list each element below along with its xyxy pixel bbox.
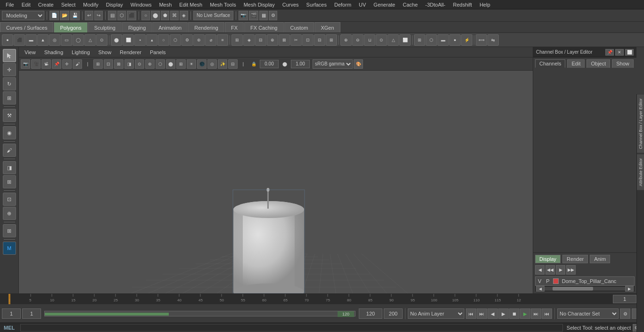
menu-3dtoall[interactable]: -3DtoAll-: [421, 1, 449, 8]
vp-cam3-button[interactable]: 📽: [41, 59, 51, 69]
connect-icon[interactable]: ⊡: [302, 34, 314, 46]
menu-uv[interactable]: UV: [355, 1, 370, 8]
layer-fwd-button[interactable]: ▶: [556, 265, 565, 275]
vp-select-mode-button[interactable]: ✛: [62, 59, 72, 69]
tab-edit[interactable]: Edit: [567, 59, 585, 68]
pipe-icon[interactable]: ⊙: [96, 34, 107, 46]
range-end-input[interactable]: [338, 311, 354, 317]
extrude-icon[interactable]: ⊞: [231, 34, 243, 46]
tab-fx-caching[interactable]: FX Caching: [244, 22, 283, 32]
menu-mesh-display[interactable]: Mesh Display: [240, 1, 279, 8]
poly-plane2-icon[interactable]: ⬡: [170, 34, 181, 46]
tab-object[interactable]: Object: [586, 59, 610, 68]
tab-rigging[interactable]: Rigging: [122, 22, 152, 32]
no-live-surface-button[interactable]: No Live Surface: [193, 11, 233, 20]
rotate-tool-button[interactable]: ↻: [3, 77, 16, 90]
uv-planar-icon[interactable]: ⬡: [426, 34, 437, 46]
layer-name-cell[interactable]: Dome_Top_Pillar_Canc: [561, 278, 633, 284]
menu-deform[interactable]: Deform: [330, 1, 355, 8]
vp-wireframe-button[interactable]: ⬡: [156, 59, 165, 69]
tab-curves-surfaces[interactable]: Curves / Surfaces: [0, 22, 53, 32]
uv-automatic-icon[interactable]: ⚡: [461, 34, 472, 46]
menu-generate[interactable]: Generate: [370, 1, 399, 8]
poly-gear-icon[interactable]: ⚙: [182, 34, 193, 46]
goto-start-button[interactable]: ⏮: [466, 308, 476, 319]
right-panel-max-button[interactable]: ⬜: [625, 49, 634, 56]
plane-icon[interactable]: ▭: [61, 34, 72, 46]
separate-icon[interactable]: ⊖: [352, 34, 363, 46]
undo-button[interactable]: ↩: [85, 11, 93, 20]
vp-hud-button[interactable]: ⊟: [228, 59, 238, 69]
menu-redshift[interactable]: Redshift: [449, 1, 476, 8]
uv-cylindrical-icon[interactable]: ▬: [438, 34, 449, 46]
paint-select-button-left[interactable]: 🖌: [3, 144, 16, 157]
lasso-select-button[interactable]: ○: [141, 11, 150, 20]
select-tool-button[interactable]: [3, 49, 16, 62]
layer-back2-button[interactable]: ◀◀: [545, 265, 555, 275]
horizontal-scrollbar[interactable]: ◀ ▶: [535, 286, 635, 292]
layer-color-swatch[interactable]: [553, 278, 559, 284]
symmetry-icon[interactable]: ⇆: [487, 34, 499, 46]
vp-isolate-button[interactable]: ◨: [124, 59, 134, 69]
poly-cyl2-icon[interactable]: ▪: [134, 34, 146, 46]
vp-texture-button[interactable]: ⊞: [176, 59, 186, 69]
vp-menu-shading[interactable]: Shading: [41, 49, 67, 56]
anim-max-input[interactable]: [384, 308, 403, 319]
vp-shadow-button[interactable]: 🌑: [197, 59, 206, 69]
open-scene-button[interactable]: 📂: [60, 11, 69, 20]
sphere-icon[interactable]: ●: [2, 34, 13, 46]
poly-helix-icon[interactable]: ⌀: [205, 34, 216, 46]
snap-grid-button[interactable]: ⊡: [3, 193, 16, 206]
smooth-icon[interactable]: ⊙: [376, 34, 387, 46]
timeline-row[interactable]: 1 5 10 15 20 25 30 35 40 45 50: [0, 294, 644, 304]
vp-frame-all-button[interactable]: ⊡: [104, 59, 113, 69]
menu-curves[interactable]: Curves: [279, 1, 303, 8]
tab-fx[interactable]: FX: [225, 22, 244, 32]
rotate-input[interactable]: [260, 60, 279, 68]
stop-button[interactable]: ⏹: [509, 308, 520, 319]
maya-logo-button[interactable]: M: [3, 242, 16, 255]
select-multi-button[interactable]: ⬟: [161, 11, 169, 20]
display-settings-button[interactable]: ⚙: [269, 11, 277, 20]
command-input[interactable]: [20, 324, 563, 332]
play-back-button[interactable]: ▶: [498, 308, 509, 319]
loop-select-button[interactable]: ⌘: [170, 11, 179, 20]
pyramid-icon[interactable]: △: [84, 34, 96, 46]
poly-stairs-icon[interactable]: ≡: [217, 34, 228, 46]
cone-icon[interactable]: ▲: [37, 34, 49, 46]
menu-select[interactable]: Select: [58, 1, 80, 8]
vp-menu-lighting[interactable]: Lighting: [68, 49, 94, 56]
tab-polygons[interactable]: Polygons: [54, 22, 87, 32]
cube-icon[interactable]: ⬛: [14, 34, 25, 46]
camera-button[interactable]: 📷: [239, 11, 248, 20]
side-tab-attribute-editor[interactable]: Attribute Editor: [637, 154, 644, 190]
layer-fwd2-button[interactable]: ▶▶: [566, 265, 576, 275]
layer-tab-display[interactable]: Display: [535, 255, 561, 263]
vp-menu-renderer[interactable]: Renderer: [116, 49, 145, 56]
vp-light-button[interactable]: ☀: [187, 59, 196, 69]
tab-channels[interactable]: Channels: [535, 59, 565, 68]
duplicate-face-icon[interactable]: ⊞: [326, 34, 337, 46]
menu-surfaces[interactable]: Surfaces: [303, 1, 330, 8]
tab-custom[interactable]: Custom: [284, 22, 314, 32]
anim-settings-button[interactable]: ⚙: [620, 308, 630, 319]
display-mode-button[interactable]: ⊞: [3, 175, 16, 188]
prev-frame-button[interactable]: ⏭: [477, 308, 487, 319]
cylinder-icon[interactable]: ▬: [25, 34, 37, 46]
select-by-hierarchy-button[interactable]: ▤: [108, 11, 116, 20]
render-region-button[interactable]: ⊞: [3, 224, 16, 237]
side-tab-channel-box[interactable]: Channel Box / Layer Editor: [637, 94, 644, 153]
gamma-selector[interactable]: sRGB gamma: [313, 59, 353, 69]
new-scene-button[interactable]: 📄: [50, 11, 59, 20]
fill-hole-icon[interactable]: ⊟: [314, 34, 325, 46]
uv-spherical-icon[interactable]: ●: [449, 34, 461, 46]
mirror-icon[interactable]: ⟺: [476, 34, 487, 46]
insert-edge-icon[interactable]: ⊠: [279, 34, 290, 46]
select-by-object-button[interactable]: ⬛: [127, 11, 136, 20]
menu-file[interactable]: File: [2, 1, 18, 8]
anim-layer-selector[interactable]: No Anim Layer: [408, 308, 464, 319]
vp-menu-view[interactable]: View: [21, 49, 40, 56]
disk-icon[interactable]: ◯: [73, 34, 84, 46]
step-back-button[interactable]: ◀: [487, 308, 498, 319]
vp-menu-show[interactable]: Show: [95, 49, 116, 56]
